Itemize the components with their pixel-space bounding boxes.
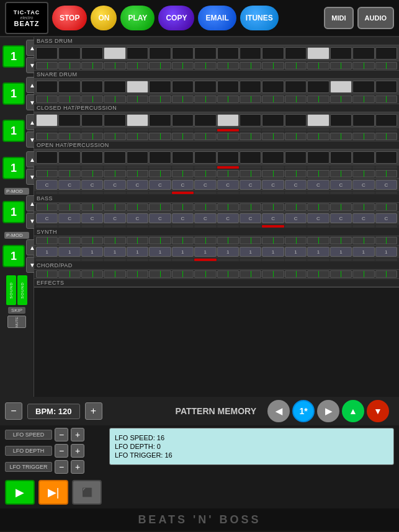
beat-cell[interactable] (58, 151, 80, 164)
slider[interactable] (172, 203, 194, 211)
accent[interactable] (104, 129, 125, 131)
accent[interactable] (375, 225, 397, 228)
note-cell[interactable]: C (172, 180, 194, 190)
slider[interactable] (149, 170, 171, 177)
accent[interactable] (285, 225, 307, 228)
slider[interactable] (375, 270, 397, 278)
accent[interactable] (240, 225, 261, 228)
beat-cell[interactable] (330, 81, 352, 93)
note-cell[interactable]: C (194, 213, 216, 223)
beat-cell[interactable] (149, 114, 171, 126)
beat-cell[interactable] (285, 47, 307, 60)
slider[interactable] (217, 133, 239, 140)
slider[interactable] (375, 62, 397, 69)
note-cell[interactable]: C (58, 180, 80, 190)
slider[interactable] (172, 270, 194, 278)
accent[interactable] (81, 192, 103, 194)
slider[interactable] (352, 133, 374, 140)
accent[interactable] (262, 129, 284, 131)
slider[interactable] (36, 237, 58, 244)
accent[interactable] (81, 259, 103, 261)
beat-cell[interactable] (194, 81, 216, 93)
slider[interactable] (330, 237, 352, 244)
slider[interactable] (127, 62, 148, 69)
beat-cell[interactable] (104, 114, 125, 126)
slider[interactable] (104, 133, 125, 140)
slider[interactable] (240, 270, 261, 278)
slider[interactable] (375, 237, 397, 244)
accent[interactable] (58, 225, 80, 228)
track4-number[interactable]: 1 (2, 157, 25, 179)
slider[interactable] (217, 170, 239, 177)
lfo-trigger-plus[interactable]: + (71, 460, 84, 474)
note-cell[interactable]: C (375, 213, 397, 223)
beat-cell[interactable] (262, 81, 284, 93)
beat-cell[interactable] (307, 114, 329, 126)
slider[interactable] (352, 203, 374, 211)
slider[interactable] (58, 203, 80, 211)
accent[interactable] (58, 192, 80, 194)
slider[interactable] (58, 133, 80, 140)
beat-cell[interactable] (36, 81, 58, 93)
slider[interactable] (58, 62, 80, 69)
accent[interactable] (285, 129, 307, 131)
beat-cell[interactable] (285, 81, 307, 93)
slider[interactable] (285, 95, 307, 103)
slider[interactable] (330, 170, 352, 177)
beat-cell[interactable] (375, 114, 397, 126)
slider[interactable] (262, 133, 284, 140)
accent[interactable] (240, 129, 261, 131)
midi-button[interactable]: MIDI (324, 7, 353, 29)
beat-cell[interactable] (352, 81, 374, 93)
beat-cell[interactable] (127, 47, 148, 60)
accent[interactable] (58, 129, 80, 131)
slider[interactable] (352, 170, 374, 177)
beat-cell[interactable] (307, 47, 329, 60)
slider[interactable] (330, 203, 352, 211)
slider[interactable] (262, 237, 284, 244)
slider[interactable] (307, 237, 329, 244)
beat-cell[interactable] (285, 151, 307, 164)
slider[interactable] (375, 133, 397, 140)
accent[interactable] (194, 225, 216, 228)
accent[interactable] (149, 225, 171, 228)
accent[interactable] (285, 192, 307, 194)
accent[interactable] (330, 129, 352, 131)
slider[interactable] (307, 203, 329, 211)
on-button[interactable]: ON (91, 6, 117, 30)
beat-cell[interactable] (194, 47, 216, 60)
email-button[interactable]: EMAIL (198, 6, 236, 30)
accent[interactable] (172, 225, 194, 228)
beat-cell[interactable] (330, 114, 352, 126)
slider[interactable] (262, 170, 284, 177)
beat-cell[interactable] (262, 151, 284, 164)
accent[interactable] (36, 225, 58, 228)
beat-cell[interactable] (217, 151, 239, 164)
accent[interactable] (375, 259, 397, 261)
slider[interactable] (58, 170, 80, 177)
slider[interactable] (194, 237, 216, 244)
accent[interactable] (217, 259, 239, 261)
itunes-button[interactable]: ITUNES (240, 6, 279, 30)
accent[interactable] (330, 259, 352, 261)
beat-cell[interactable] (81, 151, 103, 164)
beat-cell[interactable] (375, 81, 397, 93)
slider[interactable] (172, 95, 194, 103)
slider[interactable] (104, 170, 125, 177)
note-cell[interactable]: 1 (285, 247, 307, 257)
note-cell[interactable]: C (262, 213, 284, 223)
slider[interactable] (194, 203, 216, 211)
slider[interactable] (330, 95, 352, 103)
lfo-trigger-label[interactable]: LFO TRIGGER (5, 462, 52, 472)
beat-cell[interactable] (172, 114, 194, 126)
slider[interactable] (375, 95, 397, 103)
stop-button[interactable]: STOP (52, 6, 87, 30)
slider[interactable] (330, 270, 352, 278)
beat-cell[interactable] (58, 81, 80, 93)
note-cell[interactable]: C (104, 213, 125, 223)
note-cell[interactable]: 1 (352, 247, 374, 257)
accent[interactable] (307, 129, 329, 131)
note-cell[interactable]: C (330, 180, 352, 190)
slider[interactable] (149, 203, 171, 211)
note-cell[interactable]: C (330, 213, 352, 223)
